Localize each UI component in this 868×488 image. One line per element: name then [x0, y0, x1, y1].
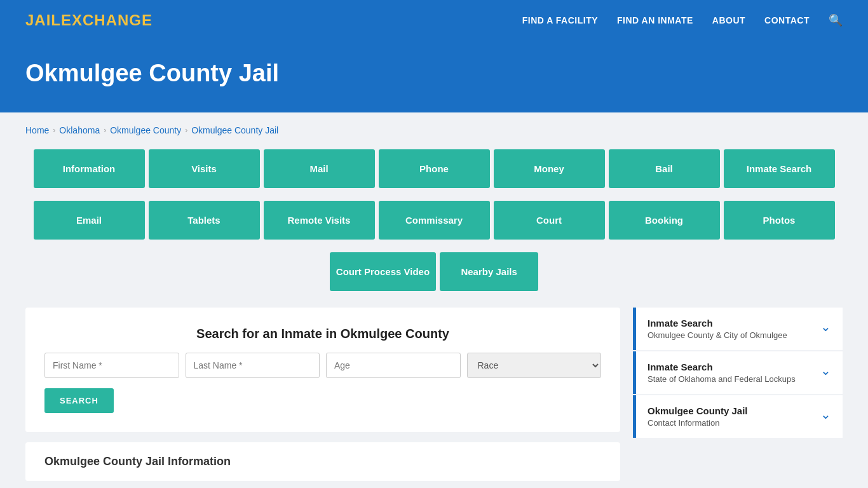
- btn-inmate-search[interactable]: Inmate Search: [724, 149, 835, 188]
- nav: FIND A FACILITY FIND AN INMATE ABOUT CON…: [522, 13, 843, 27]
- btn-photos[interactable]: Photos: [724, 201, 835, 240]
- btn-nearby-jails[interactable]: Nearby Jails: [440, 252, 538, 291]
- jail-info-title: Okmulgee County Jail Information: [44, 455, 601, 468]
- sidebar-item-contact-title: Okmulgee County Jail: [648, 405, 748, 416]
- race-select[interactable]: Race White Black Hispanic Asian Other: [467, 353, 602, 378]
- breadcrumb-sep-2: ›: [104, 126, 106, 135]
- sidebar-item-contact[interactable]: Okmulgee County Jail Contact Information…: [633, 395, 843, 438]
- inmate-search-box: Search for an Inmate in Okmulgee County …: [25, 308, 620, 432]
- sidebar-item-local[interactable]: Inmate Search Okmulgee County & City of …: [633, 308, 843, 350]
- btn-remote-visits[interactable]: Remote Visits: [264, 201, 375, 240]
- breadcrumb-oklahoma[interactable]: Oklahoma: [59, 125, 100, 135]
- btn-booking[interactable]: Booking: [609, 201, 720, 240]
- btn-court-process-video[interactable]: Court Process Video: [330, 252, 436, 291]
- sidebar-item-state-sub: State of Oklahoma and Federal Lockups: [648, 374, 796, 384]
- sidebar-chevron-contact: ⌄: [820, 407, 831, 422]
- button-grid-row2: Email Tablets Remote Visits Commissary C…: [25, 201, 843, 240]
- find-facility-link[interactable]: FIND A FACILITY: [522, 15, 598, 25]
- sidebar-chevron-local: ⌄: [820, 319, 831, 334]
- header: JAILEXCHANGE FIND A FACILITY FIND AN INM…: [0, 0, 868, 41]
- breadcrumb-current: Okmulgee County Jail: [191, 125, 278, 135]
- breadcrumb: Home › Oklahoma › Okmulgee County › Okmu…: [25, 125, 843, 135]
- search-fields: Race White Black Hispanic Asian Other: [44, 353, 601, 378]
- btn-phone[interactable]: Phone: [379, 149, 490, 188]
- breadcrumb-sep-3: ›: [185, 126, 187, 135]
- age-input[interactable]: [326, 353, 461, 378]
- logo[interactable]: JAILEXCHANGE: [25, 11, 153, 29]
- left-column: Search for an Inmate in Okmulgee County …: [25, 308, 620, 481]
- sidebar-item-state-title: Inmate Search: [648, 362, 796, 372]
- about-link[interactable]: ABOUT: [712, 15, 745, 25]
- sidebar-item-contact-sub: Contact Information: [648, 418, 748, 428]
- page-title: Okmulgee County Jail: [25, 60, 843, 87]
- find-inmate-link[interactable]: FIND AN INMATE: [617, 15, 693, 25]
- bottom-section: Search for an Inmate in Okmulgee County …: [25, 308, 843, 481]
- search-button[interactable]: SEARCH: [44, 388, 114, 413]
- inmate-search-title: Search for an Inmate in Okmulgee County: [44, 327, 601, 341]
- button-grid-row3: Court Process Video Nearby Jails: [25, 252, 843, 291]
- sidebar-chevron-state: ⌄: [820, 363, 831, 378]
- btn-visits[interactable]: Visits: [149, 149, 260, 188]
- logo-jail: JAIL: [25, 11, 61, 29]
- hero-banner: Okmulgee County Jail: [0, 41, 868, 112]
- btn-mail[interactable]: Mail: [264, 149, 375, 188]
- main-area: Home › Oklahoma › Okmulgee County › Okmu…: [0, 112, 868, 488]
- btn-money[interactable]: Money: [494, 149, 605, 188]
- btn-bail[interactable]: Bail: [609, 149, 720, 188]
- breadcrumb-home[interactable]: Home: [25, 125, 49, 135]
- sidebar-item-local-sub: Okmulgee County & City of Okmulgee: [648, 330, 787, 340]
- jail-info-section: Okmulgee County Jail Information: [25, 442, 620, 481]
- first-name-input[interactable]: [44, 353, 179, 378]
- btn-email[interactable]: Email: [34, 201, 145, 240]
- btn-information[interactable]: Information: [34, 149, 145, 188]
- btn-tablets[interactable]: Tablets: [149, 201, 260, 240]
- sidebar-item-state[interactable]: Inmate Search State of Oklahoma and Fede…: [633, 351, 843, 394]
- sidebar-item-contact-text: Okmulgee County Jail Contact Information: [648, 405, 748, 428]
- sidebar-item-local-text: Inmate Search Okmulgee County & City of …: [648, 318, 787, 340]
- button-grid-row1: Information Visits Mail Phone Money Bail…: [25, 149, 843, 188]
- search-icon-button[interactable]: 🔍: [829, 13, 843, 27]
- logo-exchange: EXCHANGE: [61, 11, 153, 29]
- contact-link[interactable]: CONTACT: [764, 15, 810, 25]
- sidebar: Inmate Search Okmulgee County & City of …: [633, 308, 843, 439]
- btn-court[interactable]: Court: [494, 201, 605, 240]
- last-name-input[interactable]: [186, 353, 320, 378]
- btn-commissary[interactable]: Commissary: [379, 201, 490, 240]
- sidebar-item-state-text: Inmate Search State of Oklahoma and Fede…: [648, 362, 796, 384]
- breadcrumb-okmulgee-county[interactable]: Okmulgee County: [110, 125, 181, 135]
- breadcrumb-sep-1: ›: [53, 126, 55, 135]
- sidebar-item-local-title: Inmate Search: [648, 318, 787, 329]
